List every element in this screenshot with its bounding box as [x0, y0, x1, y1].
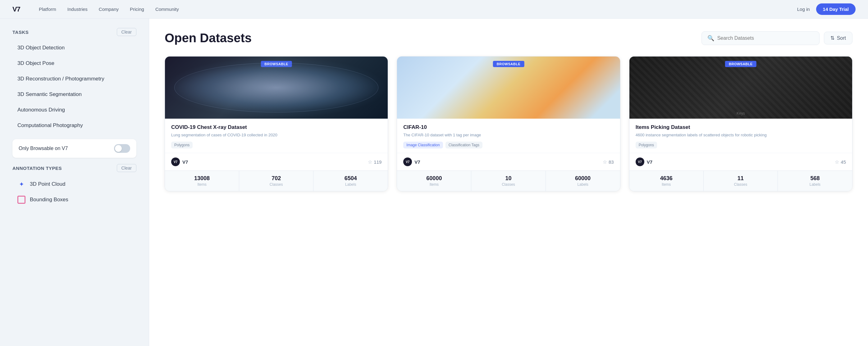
- tasks-list: 3D Object Detection 3D Object Pose 3D Re…: [12, 40, 136, 133]
- sort-button[interactable]: ⇅ Sort: [824, 32, 852, 44]
- card-stats-covid: 13008 Items 702 Classes 6504 Labels: [165, 170, 388, 191]
- browsable-toggle[interactable]: [114, 144, 130, 153]
- author-name-covid: V7: [182, 159, 188, 165]
- card-tags-items: Polygons: [636, 141, 846, 149]
- page-layout: Tasks Clear 3D Object Detection 3D Objec…: [0, 19, 868, 346]
- stat-classes-value-covid: 702: [242, 175, 310, 182]
- stat-labels-items: 568 Labels: [778, 171, 852, 191]
- nav-pricing[interactable]: Pricing: [130, 6, 144, 12]
- nav-links: Platform Industries Company Pricing Comm…: [39, 6, 797, 12]
- nav-company[interactable]: Company: [99, 6, 119, 12]
- tasks-header: Tasks Clear: [12, 28, 136, 36]
- stat-items-value-covid: 13008: [168, 175, 236, 182]
- card-title-covid: COVID-19 Chest X-ray Dataset: [171, 124, 381, 130]
- annotation-title: Annotation Types: [12, 165, 62, 171]
- browsable-badge-cifar: BROWSABLE: [493, 61, 524, 67]
- sidebar-item-3d-pose[interactable]: 3D Object Pose: [12, 56, 136, 71]
- stat-labels-label-items: Labels: [781, 182, 849, 187]
- nav-actions: Log in 14 Day Trial: [797, 3, 856, 15]
- card-desc-covid: Lung segmentation of cases of COVID-19 c…: [171, 132, 381, 138]
- stat-labels-label-covid: Labels: [316, 182, 384, 187]
- sort-icon: ⇅: [830, 35, 834, 41]
- card-tag-image-class[interactable]: Image Classification: [403, 141, 443, 149]
- browsable-badge-covid: BROWSABLE: [261, 61, 292, 67]
- 3d-point-cloud-icon: ✦: [18, 180, 26, 188]
- card-body-covid: COVID-19 Chest X-ray Dataset Lung segmen…: [165, 119, 388, 149]
- stat-labels-cifar: 60000 Labels: [546, 171, 620, 191]
- card-image-items: BROWSABLE: [629, 57, 852, 119]
- tasks-title: Tasks: [12, 30, 29, 35]
- trial-button[interactable]: 14 Day Trial: [816, 3, 856, 15]
- card-author-cifar: V7 V7: [403, 157, 420, 166]
- author-name-cifar: V7: [414, 159, 420, 165]
- card-body-items: Items Picking Dataset 4600 instance segm…: [629, 119, 852, 149]
- card-stars-items: ☆ 45: [835, 159, 846, 165]
- stat-items-label-cifar: Items: [400, 182, 468, 187]
- card-desc-items: 4600 instance segmentation labels of sca…: [636, 132, 846, 138]
- toggle-label: Only Browsable on V7: [19, 146, 68, 151]
- card-image-covid: BROWSABLE: [165, 57, 388, 119]
- annotation-label-3d: 3D Point Cloud: [30, 181, 65, 187]
- card-stars-covid: ☆ 119: [368, 159, 381, 165]
- stat-labels-covid: 6504 Labels: [313, 171, 388, 191]
- stat-items-label-items: Items: [632, 182, 700, 187]
- stat-items-covid: 13008 Items: [165, 171, 239, 191]
- stat-labels-value-items: 568: [781, 175, 849, 182]
- card-footer-covid: V7 V7 ☆ 119: [165, 153, 388, 170]
- dataset-card-items-picking[interactable]: BROWSABLE Items Picking Dataset 4600 ins…: [629, 56, 852, 191]
- bounding-box-icon: [18, 196, 26, 204]
- sidebar-item-3d-semantic[interactable]: 3D Semantic Segmentation: [12, 87, 136, 102]
- main-header: Open Datasets 🔍 ⇅ Sort: [165, 31, 852, 45]
- card-author-items: V7 V7: [636, 157, 652, 166]
- stat-items-value-cifar: 60000: [400, 175, 468, 182]
- sidebar-item-3d-detection[interactable]: 3D Object Detection: [12, 40, 136, 55]
- logo[interactable]: V7: [12, 5, 20, 13]
- stat-classes-covid: 702 Classes: [239, 171, 313, 191]
- annotation-item-3d-point-cloud[interactable]: ✦ 3D Point Cloud: [12, 177, 136, 192]
- annotation-label-bb: Bounding Boxes: [30, 197, 68, 203]
- stat-items-value-items: 4636: [632, 175, 700, 182]
- toggle-knob: [115, 145, 122, 152]
- card-stats-items: 4636 Items 11 Classes 568 Labels: [629, 170, 852, 191]
- sidebar-item-3d-reconstruction[interactable]: 3D Reconstruction / Photogrammetry: [12, 71, 136, 86]
- search-icon: 🔍: [707, 35, 714, 42]
- search-input[interactable]: [717, 35, 814, 41]
- search-box: 🔍: [702, 31, 819, 45]
- sort-label: Sort: [837, 35, 846, 41]
- stat-labels-value-covid: 6504: [316, 175, 384, 182]
- star-icon-cifar: ☆: [603, 159, 607, 165]
- nav-community[interactable]: Community: [155, 6, 179, 12]
- card-tags-covid: Polygons: [171, 141, 381, 149]
- card-stars-cifar: ☆ 83: [603, 159, 614, 165]
- card-tags-cifar: Image Classification Classification Tags: [403, 141, 614, 149]
- annotation-item-bounding-boxes[interactable]: Bounding Boxes: [12, 192, 136, 208]
- stat-labels-value-cifar: 60000: [549, 175, 617, 182]
- stat-items-label-covid: Items: [168, 182, 236, 187]
- dataset-card-cifar[interactable]: BROWSABLE CIFAR-10 The CIFAR-10 dataset …: [397, 56, 620, 191]
- stars-count-covid: 119: [374, 159, 381, 165]
- stars-count-items: 45: [841, 159, 846, 165]
- browsable-toggle-row: Only Browsable on V7: [12, 139, 136, 158]
- nav-platform[interactable]: Platform: [39, 6, 56, 12]
- search-sort-row: 🔍 ⇅ Sort: [702, 31, 852, 45]
- stat-classes-cifar: 10 Classes: [471, 171, 546, 191]
- card-title-items: Items Picking Dataset: [636, 124, 846, 130]
- v7-avatar-cifar: V7: [403, 157, 412, 166]
- sidebar: Tasks Clear 3D Object Detection 3D Objec…: [0, 19, 149, 346]
- dataset-card-covid[interactable]: BROWSABLE COVID-19 Chest X-ray Dataset L…: [165, 56, 388, 191]
- card-stats-cifar: 60000 Items 10 Classes 60000 Labels: [397, 170, 620, 191]
- annotation-clear-button[interactable]: Clear: [117, 164, 136, 172]
- tasks-clear-button[interactable]: Clear: [117, 28, 136, 36]
- nav-industries[interactable]: Industries: [67, 6, 88, 12]
- stat-labels-label-cifar: Labels: [549, 182, 617, 187]
- sidebar-item-computational[interactable]: Computational Photography: [12, 118, 136, 133]
- login-link[interactable]: Log in: [797, 6, 810, 12]
- stat-items-cifar: 60000 Items: [397, 171, 471, 191]
- stat-classes-value-cifar: 10: [474, 175, 542, 182]
- sidebar-item-autonomous[interactable]: Autonomous Driving: [12, 102, 136, 117]
- card-tag-polygons-items[interactable]: Polygons: [636, 141, 657, 149]
- card-tag-class-tags[interactable]: Classification Tags: [445, 141, 483, 149]
- card-author-covid: V7 V7: [171, 157, 188, 166]
- v7-avatar-covid: V7: [171, 157, 180, 166]
- card-tag-polygons[interactable]: Polygons: [171, 141, 193, 149]
